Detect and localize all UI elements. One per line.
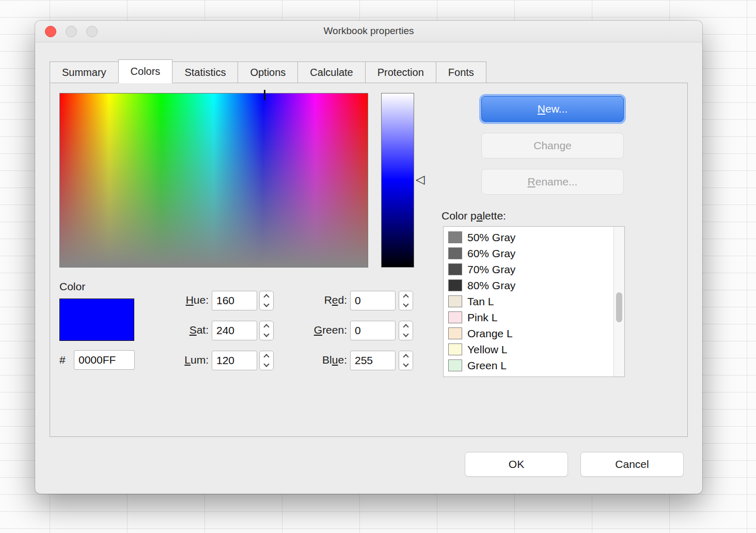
palette-list: 50% Gray 60% Gray 70% Gray 80% Gray Tan … — [444, 229, 614, 373]
stepper-down-icon[interactable] — [399, 331, 413, 340]
ok-button[interactable]: OK — [465, 452, 568, 477]
color-swatch — [448, 311, 462, 323]
titlebar: Workbook properties — [35, 21, 702, 42]
hex-hash-label: # — [59, 354, 66, 366]
tab-fonts[interactable]: Fonts — [436, 61, 486, 83]
red-input[interactable] — [350, 291, 396, 310]
color-swatch — [448, 231, 462, 243]
slider-handle-icon[interactable]: ◁ — [416, 174, 425, 185]
palette-item-label: Tan L — [467, 295, 494, 308]
color-section-label: Color — [59, 280, 85, 293]
palette-item-label: 70% Gray — [467, 263, 515, 276]
tab-protection[interactable]: Protection — [365, 61, 436, 83]
palette-item-label: Green L — [467, 359, 507, 372]
stepper-down-icon[interactable] — [399, 301, 413, 310]
palette-item-label: 60% Gray — [467, 247, 515, 260]
palette-item-label: 50% Gray — [467, 231, 515, 244]
window-title: Workbook properties — [35, 25, 702, 37]
color-swatch — [448, 295, 462, 307]
green-input[interactable] — [350, 321, 396, 340]
red-label: Red: — [257, 294, 347, 306]
tab-bar: Summary Colors Statistics Options Calcul… — [50, 59, 486, 83]
color-swatch — [448, 359, 462, 371]
lum-label: Lum: — [118, 354, 209, 366]
palette-item-label: Orange L — [467, 327, 513, 340]
tab-colors[interactable]: Colors — [118, 59, 173, 83]
color-swatch — [448, 327, 462, 339]
color-swatch — [448, 343, 462, 355]
palette-item-label: 80% Gray — [467, 279, 515, 292]
palette-listbox: 50% Gray 60% Gray 70% Gray 80% Gray Tan … — [443, 226, 625, 377]
stepper-up-icon[interactable] — [399, 351, 413, 360]
tab-statistics[interactable]: Statistics — [172, 61, 238, 83]
luminance-slider[interactable] — [381, 93, 414, 268]
green-label: Green: — [257, 324, 347, 336]
blue-input[interactable] — [350, 351, 396, 370]
tab-calculate[interactable]: Calculate — [297, 61, 365, 83]
sat-label: Sat: — [118, 324, 209, 336]
palette-item-label: Pink L — [467, 311, 497, 324]
palette-item[interactable]: 60% Gray — [444, 245, 614, 261]
cancel-button[interactable]: Cancel — [580, 452, 684, 477]
palette-item[interactable]: Pink L — [444, 309, 614, 325]
palette-scrollbar-thumb[interactable] — [616, 292, 622, 322]
blue-label: Blue: — [257, 354, 347, 366]
stepper-down-icon[interactable] — [399, 360, 413, 370]
change-button: Change — [481, 133, 624, 159]
color-field-cursor — [264, 90, 265, 100]
hue-label: Hue: — [118, 294, 209, 306]
lum-input[interactable] — [212, 351, 257, 370]
hue-input[interactable] — [212, 291, 257, 310]
blue-stepper[interactable] — [399, 351, 413, 370]
palette-item[interactable]: 70% Gray — [444, 261, 614, 277]
palette-item[interactable]: Green L — [444, 357, 614, 373]
color-swatch — [448, 263, 462, 275]
new-button[interactable]: New... — [481, 96, 624, 122]
tab-summary[interactable]: Summary — [50, 61, 119, 83]
workbook-properties-dialog: Workbook properties Summary Colors Stati… — [35, 21, 702, 494]
palette-item[interactable]: 50% Gray — [444, 229, 614, 245]
color-swatch — [448, 279, 462, 291]
palette-item[interactable]: Tan L — [444, 293, 614, 309]
stepper-up-icon[interactable] — [399, 291, 413, 301]
sat-input[interactable] — [212, 321, 257, 340]
palette-item[interactable]: 80% Gray — [444, 277, 614, 293]
stepper-up-icon[interactable] — [399, 321, 413, 331]
green-stepper[interactable] — [399, 321, 413, 340]
palette-scrollbar[interactable] — [613, 227, 624, 377]
palette-item-label: Yellow L — [467, 343, 507, 356]
tab-options[interactable]: Options — [238, 61, 298, 83]
spreadsheet-background: { "window": { "title": "Workbook propert… — [0, 0, 756, 533]
palette-item[interactable]: Yellow L — [444, 341, 614, 357]
color-palette-label: Color palette: — [442, 210, 506, 222]
palette-item[interactable]: Orange L — [444, 325, 614, 341]
red-stepper[interactable] — [399, 291, 413, 310]
rename-button: Rename... — [481, 169, 624, 195]
color-picker-field[interactable] — [59, 93, 368, 268]
color-swatch — [448, 247, 462, 259]
